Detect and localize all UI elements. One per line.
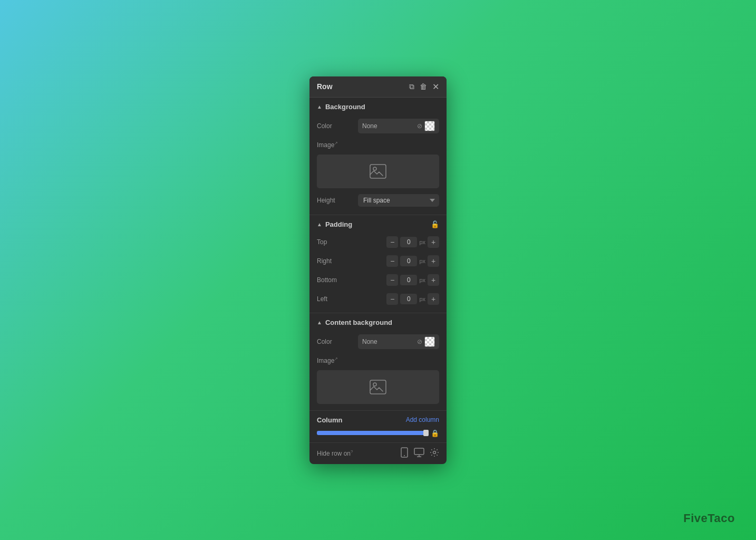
padding-right-label: Right <box>317 257 354 265</box>
background-image-placeholder[interactable] <box>317 155 439 188</box>
desktop-icon[interactable] <box>414 448 424 459</box>
padding-bottom-row: Bottom − 0 px + <box>309 271 447 290</box>
background-color-value: None <box>362 122 415 130</box>
hide-row-label: Hide row on? <box>317 449 353 457</box>
padding-right-row: Right − 0 px + <box>309 252 447 271</box>
padding-section: ▲ Padding 🔓 Top − 0 px + Right − 0 <box>309 215 447 313</box>
background-section-header[interactable]: ▲ Background <box>309 98 447 115</box>
svg-point-1 <box>373 167 376 170</box>
mobile-icon[interactable] <box>400 447 409 460</box>
row-panel: Row ⧉ 🗑 ✕ ▲ Background Color None ⊘ <box>309 76 447 464</box>
padding-left-unit: px <box>419 296 425 302</box>
padding-top-value[interactable]: 0 <box>400 237 417 247</box>
svg-rect-6 <box>414 448 424 455</box>
background-color-control[interactable]: None ⊘ <box>358 119 439 133</box>
column-lock-icon[interactable]: 🔒 <box>431 429 439 437</box>
content-bg-color-row: Color None ⊘ <box>309 331 447 353</box>
background-height-row: Height Fill space Fixed Auto <box>309 190 447 210</box>
padding-chevron-icon: ▲ <box>317 221 322 227</box>
column-bar-handle[interactable] <box>423 430 429 436</box>
padding-left-row: Left − 0 px + <box>309 290 447 308</box>
background-height-select[interactable]: Fill space Fixed Auto <box>358 194 439 207</box>
padding-right-decrement[interactable]: − <box>386 255 398 267</box>
column-bar[interactable] <box>317 431 428 435</box>
padding-top-stepper: − 0 px + <box>358 236 439 248</box>
padding-top-decrement[interactable]: − <box>386 236 398 248</box>
padding-bottom-unit: px <box>419 277 425 283</box>
background-image-label: Image↗ <box>317 141 354 149</box>
padding-bottom-label: Bottom <box>317 276 354 284</box>
content-bg-image-placeholder[interactable] <box>317 370 439 404</box>
padding-top-unit: px <box>419 239 425 245</box>
panel-body: ▲ Background Color None ⊘ Image↗ <box>309 98 447 464</box>
no-color-icon: ⊘ <box>417 122 422 130</box>
panel-header: Row ⧉ 🗑 ✕ <box>309 76 447 98</box>
content-bg-color-swatch[interactable] <box>424 336 435 347</box>
content-bg-no-color-icon: ⊘ <box>417 338 422 345</box>
column-section: Column Add column 🔒 <box>309 411 447 443</box>
content-bg-image-label: Image↗ <box>317 356 354 364</box>
padding-left-value[interactable]: 0 <box>400 294 417 304</box>
svg-point-3 <box>373 383 376 386</box>
padding-top-increment[interactable]: + <box>428 236 439 248</box>
background-color-label: Color <box>317 122 354 130</box>
padding-lock-icon[interactable]: 🔓 <box>431 220 439 228</box>
padding-section-header[interactable]: ▲ Padding 🔓 <box>309 215 447 233</box>
padding-top-row: Top − 0 px + <box>309 233 447 252</box>
panel-title: Row <box>317 82 333 91</box>
padding-left-stepper: − 0 px + <box>358 293 439 305</box>
padding-right-value[interactable]: 0 <box>400 256 417 266</box>
content-bg-chevron-icon: ▲ <box>317 320 322 325</box>
content-bg-color-control[interactable]: None ⊘ <box>358 334 439 349</box>
padding-left-label: Left <box>317 295 354 303</box>
padding-bottom-value[interactable]: 0 <box>400 275 417 285</box>
content-bg-label: Content background <box>325 319 392 326</box>
add-column-button[interactable]: Add column <box>406 416 439 423</box>
background-height-label: Height <box>317 197 354 204</box>
background-chevron-icon: ▲ <box>317 104 322 110</box>
content-bg-image-row: Image↗ <box>309 353 447 368</box>
brand-logo: FiveTaco <box>683 512 735 525</box>
column-title: Column <box>317 416 342 424</box>
padding-right-stepper: − 0 px + <box>358 255 439 267</box>
svg-point-5 <box>404 455 405 456</box>
padding-bottom-decrement[interactable]: − <box>386 274 398 286</box>
close-icon[interactable]: ✕ <box>432 82 439 92</box>
column-header: Column Add column <box>317 416 439 424</box>
padding-right-unit: px <box>419 258 425 264</box>
padding-left-increment[interactable]: + <box>428 293 439 305</box>
column-bar-container: 🔒 <box>317 429 439 437</box>
content-bg-color-label: Color <box>317 338 354 345</box>
padding-label: Padding <box>325 220 352 228</box>
background-section: ▲ Background Color None ⊘ Image↗ <box>309 98 447 215</box>
background-label: Background <box>325 103 365 111</box>
padding-left-decrement[interactable]: − <box>386 293 398 305</box>
content-bg-color-value: None <box>362 338 415 345</box>
settings-icon[interactable] <box>430 448 439 459</box>
background-image-row: Image↗ <box>309 137 447 152</box>
panel-header-actions: ⧉ 🗑 ✕ <box>409 82 439 92</box>
copy-icon[interactable]: ⧉ <box>409 82 414 91</box>
hide-row-section: Hide row on? <box>309 443 447 464</box>
svg-rect-2 <box>370 380 386 394</box>
delete-icon[interactable]: 🗑 <box>420 82 427 91</box>
padding-top-label: Top <box>317 238 354 246</box>
svg-rect-0 <box>370 165 386 178</box>
padding-bottom-increment[interactable]: + <box>428 274 439 286</box>
content-bg-section-header[interactable]: ▲ Content background <box>309 313 447 331</box>
background-color-row: Color None ⊘ <box>309 115 447 137</box>
padding-right-increment[interactable]: + <box>428 255 439 267</box>
background-color-swatch[interactable] <box>424 121 435 131</box>
svg-point-9 <box>433 451 436 454</box>
content-bg-section: ▲ Content background Color None ⊘ Image↗ <box>309 313 447 411</box>
padding-bottom-stepper: − 0 px + <box>358 274 439 286</box>
hide-row-device-icons <box>400 447 439 460</box>
